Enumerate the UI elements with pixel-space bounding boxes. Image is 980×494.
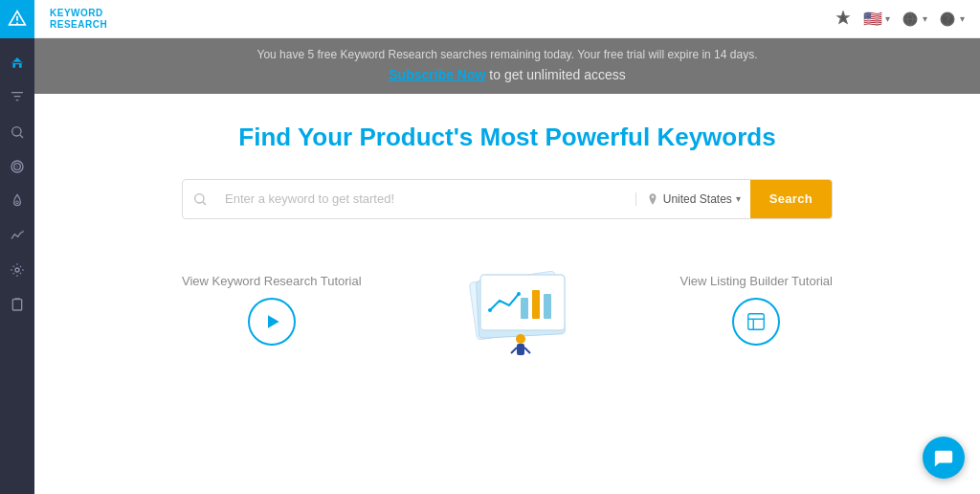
page-title: Find Your Product's Most Powerful Keywor… bbox=[238, 123, 775, 152]
listing-tutorial[interactable]: View Listing Builder Tutorial bbox=[680, 274, 833, 346]
subscription-banner: You have 5 free Keyword Research searche… bbox=[34, 38, 980, 94]
top-header: KEYWORD RESEARCH 🇺🇸 ▾ ▾ bbox=[34, 0, 980, 38]
keyword-tutorial-label: View Keyword Research Tutorial bbox=[182, 274, 362, 288]
svg-point-25 bbox=[516, 334, 525, 344]
keyword-search-bar: United States ▾ Search bbox=[182, 179, 833, 219]
svg-line-27 bbox=[511, 348, 517, 353]
svg-point-23 bbox=[488, 308, 492, 312]
banner-text-line2: Subscribe Now to get unlimited access bbox=[50, 64, 965, 85]
center-illustration bbox=[444, 258, 597, 363]
sidebar-item-rocket[interactable] bbox=[0, 184, 34, 218]
svg-marker-16 bbox=[268, 315, 279, 327]
keyword-tutorial[interactable]: View Keyword Research Tutorial bbox=[182, 274, 362, 346]
banner-text-line1: You have 5 free Keyword Research searche… bbox=[50, 46, 965, 64]
sidebar-item-target[interactable] bbox=[0, 149, 34, 184]
svg-line-28 bbox=[524, 348, 530, 353]
globe-chevron: ▾ bbox=[923, 13, 927, 24]
svg-rect-20 bbox=[521, 298, 528, 319]
svg-line-15 bbox=[203, 202, 206, 205]
banner-suffix: to get unlimited access bbox=[489, 67, 625, 82]
app-name-line2: RESEARCH bbox=[50, 19, 107, 31]
svg-point-9 bbox=[15, 268, 19, 272]
location-label: United States bbox=[663, 192, 732, 206]
listing-tutorial-label: View Listing Builder Tutorial bbox=[680, 274, 833, 288]
svg-point-3 bbox=[12, 127, 21, 136]
sidebar-item-home[interactable] bbox=[0, 46, 34, 80]
help-chevron: ▾ bbox=[960, 13, 965, 24]
main-content: KEYWORD RESEARCH 🇺🇸 ▾ ▾ bbox=[34, 0, 980, 494]
listing-play-button[interactable] bbox=[732, 298, 780, 346]
globe-icon-button[interactable]: ▾ bbox=[902, 11, 927, 28]
location-chevron: ▾ bbox=[736, 193, 741, 204]
svg-rect-21 bbox=[532, 290, 540, 319]
svg-rect-29 bbox=[748, 314, 765, 330]
svg-line-4 bbox=[20, 135, 23, 138]
sidebar-item-clipboard[interactable] bbox=[0, 287, 34, 322]
pin-icon-button[interactable] bbox=[835, 11, 852, 28]
svg-point-8 bbox=[16, 201, 19, 204]
sidebar bbox=[0, 0, 34, 494]
app-name-line1: KEYWORD bbox=[50, 8, 107, 19]
flag-us-button[interactable]: 🇺🇸 ▾ bbox=[863, 10, 890, 28]
chat-support-button[interactable] bbox=[923, 437, 965, 479]
tutorials-section: View Keyword Research Tutorial bbox=[182, 258, 833, 363]
subscribe-now-link[interactable]: Subscribe Now bbox=[389, 67, 485, 82]
flag-chevron: ▾ bbox=[885, 13, 890, 24]
sidebar-item-graph[interactable] bbox=[0, 218, 34, 253]
app-title: KEYWORD RESEARCH bbox=[50, 8, 107, 31]
help-icon-button[interactable]: ▾ bbox=[939, 11, 965, 28]
header-icons: 🇺🇸 ▾ ▾ ▾ bbox=[835, 10, 965, 28]
sidebar-item-search[interactable] bbox=[0, 115, 34, 149]
svg-point-24 bbox=[517, 292, 521, 296]
svg-rect-10 bbox=[12, 300, 21, 310]
svg-rect-22 bbox=[544, 294, 551, 319]
sidebar-item-settings[interactable] bbox=[0, 253, 34, 287]
search-button[interactable]: Search bbox=[750, 180, 832, 218]
keyword-play-button[interactable] bbox=[248, 298, 296, 346]
app-logo[interactable] bbox=[0, 0, 34, 38]
page-content: Find Your Product's Most Powerful Keywor… bbox=[34, 94, 980, 494]
sidebar-item-filter[interactable] bbox=[0, 80, 34, 115]
svg-point-14 bbox=[195, 193, 204, 202]
svg-rect-26 bbox=[517, 344, 524, 355]
search-icon bbox=[183, 191, 217, 207]
svg-point-7 bbox=[16, 166, 17, 167]
svg-point-13 bbox=[947, 23, 948, 24]
keyword-search-input[interactable] bbox=[217, 180, 635, 218]
location-selector[interactable]: United States ▾ bbox=[635, 192, 750, 206]
svg-point-2 bbox=[16, 22, 18, 24]
